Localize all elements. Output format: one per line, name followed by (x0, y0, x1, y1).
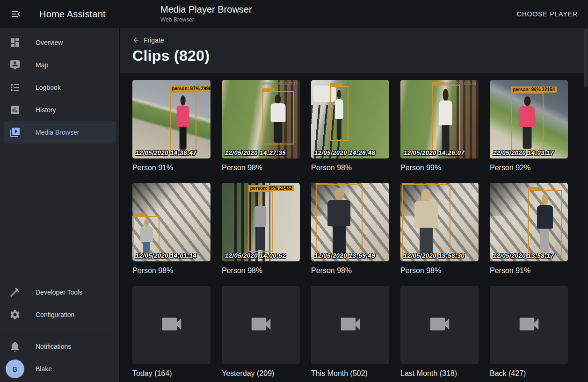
clip-thumbnail: person: 97% 2998812/05/2020 14:38:47 (132, 80, 211, 159)
clip-card[interactable]: 12/05/2020 13:58:30Person 98% (400, 183, 479, 275)
sidebar-main-list: Overview Map Logbook History Media Brows… (0, 28, 119, 144)
sidebar-item-map[interactable]: Map (4, 54, 116, 76)
folder-card[interactable]: Back (427) (490, 286, 568, 378)
clip-label: Person 98% (400, 267, 479, 275)
breadcrumb-back[interactable]: Frigate (132, 36, 164, 44)
sidebar-item-notifications[interactable]: Notifications (4, 335, 116, 358)
detection-box (262, 91, 294, 144)
content-header: Frigate Clips (820) (120, 28, 588, 73)
p-hair-shape (542, 194, 548, 205)
folder-thumbnail (490, 286, 568, 364)
p-top-shape (519, 106, 535, 127)
clip-thumbnail: 2020-12-05 16:26:0812/05/2020 14:26:07 (400, 80, 479, 159)
scrollbar-thumb[interactable] (584, 28, 588, 87)
video-icon (427, 311, 452, 339)
video-icon (338, 311, 363, 339)
sidebar-item-label: History (36, 106, 56, 114)
person-figure (334, 90, 344, 140)
clip-thumbnail: 12/05/2020 14:26:48 (311, 80, 389, 159)
clip-label: Person 92% (490, 164, 568, 172)
sidebar-item-developer-tools[interactable]: Developer Tools (4, 281, 116, 303)
folder-card[interactable]: This Month (502) (311, 286, 389, 378)
sidebar-item-overview[interactable]: Overview (4, 31, 116, 54)
detection-label (330, 83, 342, 86)
sidebar-item-configuration[interactable]: Configuration (4, 303, 116, 326)
folder-label: Back (427) (490, 369, 568, 378)
p-hair-shape (524, 96, 530, 106)
sidebar: Overview Map Logbook History Media Brows… (0, 28, 120, 382)
clip-label: Person 98% (311, 164, 389, 172)
sidebar-item-history[interactable]: History (4, 99, 116, 121)
choose-player-button[interactable]: CHOOSE PLAYER (513, 0, 581, 28)
p-hair-shape (334, 188, 344, 201)
clip-card[interactable]: 12/05/2020 13:58:17Person 91% (490, 183, 568, 275)
folder-card[interactable]: Yesterday (209) (222, 286, 300, 378)
clip-timestamp: 12/05/2020 14:38:47 (136, 149, 196, 156)
person-figure (175, 95, 191, 150)
detection-box: person: 95% 23432 (248, 191, 273, 252)
clip-timestamp: 12/05/2020 14:26:48 (314, 149, 375, 156)
detection-box (316, 184, 363, 257)
p-hair-shape (181, 95, 186, 106)
p-top-shape (335, 99, 343, 119)
folder-label: Today (164) (132, 369, 211, 378)
person-figure (325, 188, 353, 255)
detection-label (432, 82, 444, 85)
menu-open-icon[interactable] (10, 8, 22, 20)
sidebar-footer-list: Notifications B Blake (0, 332, 119, 382)
scrollbar[interactable] (584, 28, 588, 382)
folder-card[interactable]: Today (164) (132, 286, 211, 378)
p-top-shape (328, 200, 351, 226)
clip-card[interactable]: 12/05/2020 13:59:49Person 98% (311, 183, 389, 275)
clip-card[interactable]: 2020-12-05 16:27:3512/05/2020 14:27:35Pe… (222, 80, 300, 172)
user-avatar: B (6, 360, 24, 378)
clip-thumbnail: 12/05/2020 14:01:14 (132, 183, 211, 261)
person-figure (269, 94, 287, 143)
clip-thumbnail: person: 95% 2343212/05/2020 14:00:52 (222, 183, 300, 261)
chart-box-icon (9, 104, 21, 115)
p-top-shape (439, 101, 453, 125)
clip-timestamp: 12/05/2020 13:58:17 (493, 252, 554, 259)
clip-thumbnail: 12/05/2020 13:58:30 (400, 183, 479, 261)
sidebar-item-user[interactable]: B Blake (4, 358, 116, 380)
clip-thumbnail: 12/05/2020 13:59:49 (311, 183, 389, 261)
sidebar-item-media-browser[interactable]: Media Browser (4, 121, 116, 144)
sidebar-item-label: Map (36, 61, 48, 69)
clip-card[interactable]: 2020-12-05 16:26:0812/05/2020 14:26:07Pe… (400, 80, 479, 172)
view-dashboard-icon (9, 37, 21, 48)
sidebar-item-label: Logbook (36, 84, 61, 91)
clip-timestamp: 12/05/2020 13:58:30 (404, 252, 465, 259)
hammer-icon (9, 287, 21, 298)
clip-card[interactable]: person: 95% 2343212/05/2020 14:00:52Pers… (222, 183, 300, 275)
clips-grid: person: 97% 2998812/05/2020 14:38:47Pers… (132, 80, 588, 378)
clip-timestamp: 12/05/2020 14:00:52 (225, 252, 286, 259)
sidebar-item-label: Overview (36, 39, 63, 46)
sidebar-spacer (0, 144, 119, 278)
clip-card[interactable]: person: 97% 2998812/05/2020 14:38:47Pers… (132, 80, 211, 172)
clip-card[interactable]: person: 96% 3215412/05/2020 14:03:17Pers… (490, 80, 568, 172)
clip-label: Person 91% (490, 267, 568, 275)
detection-box (432, 85, 460, 154)
tooltip-account-icon (9, 59, 21, 71)
folder-label: This Month (502) (311, 369, 389, 378)
folder-card[interactable]: Last Month (318) (400, 286, 479, 378)
detection-box (528, 190, 562, 256)
sidebar-item-label: Blake (36, 365, 52, 373)
detection-box: person: 96% 32154 (511, 93, 544, 151)
p-bottom-shape (523, 127, 532, 149)
clip-timestamp: 12/05/2020 14:26:07 (404, 149, 465, 156)
detection-box (402, 184, 450, 258)
clip-card[interactable]: 12/05/2020 14:01:14Person 98% (132, 183, 211, 275)
clip-timestamp: 12/05/2020 14:27:35 (225, 149, 286, 156)
video-icon (516, 311, 542, 339)
clip-card[interactable]: 12/05/2020 14:26:48Person 98% (311, 80, 389, 172)
folder-thumbnail (400, 286, 479, 364)
detection-box: person: 97% 29988 (170, 92, 196, 151)
detection-label: person: 96% 32154 (511, 86, 557, 93)
dialog-header: Media Player Browser Web Browser (160, 4, 252, 23)
dialog-subtitle: Web Browser (160, 16, 252, 23)
p-top-shape (270, 103, 285, 122)
clip-label: Person 98% (311, 267, 389, 275)
sidebar-item-label: Media Browser (36, 129, 79, 136)
sidebar-item-logbook[interactable]: Logbook (4, 76, 116, 99)
